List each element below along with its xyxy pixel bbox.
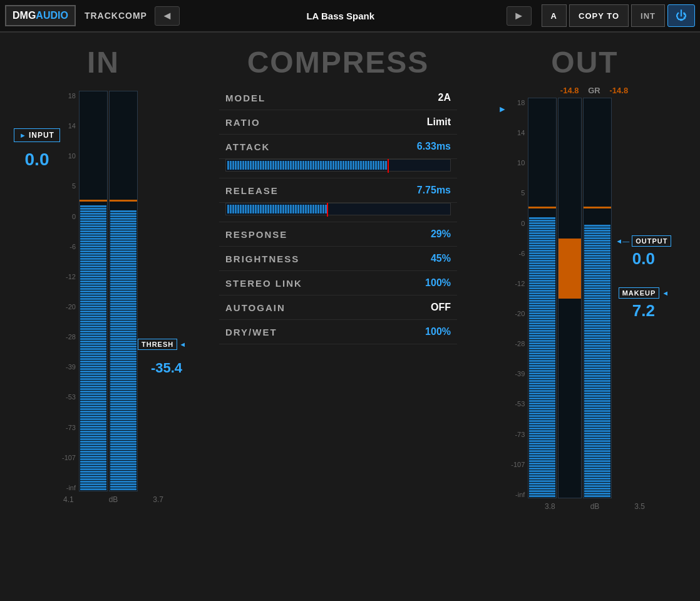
release-row: RELEASE 7.75ms: [219, 178, 457, 203]
out-right-peak-bar: [584, 207, 611, 208]
main-panel: IN ► INPUT 0.0 18 14 10 5 0: [0, 33, 700, 601]
input-label: INPUT: [29, 131, 54, 140]
makeup-label: MAKEUP: [619, 287, 660, 299]
play-indicator-icon: ►: [498, 104, 507, 114]
output-label: OUTPUT: [632, 235, 671, 247]
attack-slider-track[interactable]: [225, 159, 451, 172]
out-section: OUT -14.8 GR -14.8 ► 18 14 10 5 0 -6 -12…: [470, 45, 700, 588]
scale-m39: -39: [59, 363, 78, 371]
input-label-box: ► INPUT: [14, 128, 60, 142]
autogain-row: AUTOGAIN OFF: [219, 295, 457, 320]
in-left-peak-marker: [80, 200, 107, 202]
input-arrow-icon: ►: [19, 131, 26, 139]
release-slider-track[interactable]: [225, 203, 451, 215]
model-label: MODEL: [225, 93, 265, 103]
dmg-logo: DMG AUDIO: [5, 5, 76, 26]
model-value: 2A: [438, 92, 451, 103]
prev-preset-button[interactable]: ◄: [155, 6, 180, 26]
out-bottom-labels: 3.8 dB 3.5: [545, 502, 645, 511]
thresh-value: -35.4: [151, 360, 182, 376]
release-value: 7.75ms: [417, 185, 451, 196]
copy-to-button[interactable]: COPY TO: [569, 4, 629, 27]
scale-5: 5: [59, 182, 78, 190]
output-label-box: ◄— OUTPUT: [615, 235, 671, 247]
release-slider-container[interactable]: [219, 203, 457, 222]
stereo-link-label: STEREO LINK: [225, 278, 302, 289]
model-row: MODEL 2A: [219, 86, 457, 110]
scale-14: 14: [59, 122, 78, 130]
brightness-value: 45%: [431, 253, 451, 264]
attack-label: ATTACK: [225, 141, 270, 152]
in-scale: 18 14 10 5 0 -6 -12 -20 -28 -39 -53 -73 …: [59, 91, 79, 491]
out-meter-left-fill: [528, 217, 556, 498]
scale-m12: -12: [59, 273, 78, 280]
out-peak-row: -14.8 GR -14.8: [545, 86, 644, 95]
makeup-value: 7.2: [632, 301, 655, 321]
out-left-db: 3.8: [545, 502, 555, 511]
stereo-link-row: STEREO LINK 100%: [219, 271, 457, 295]
out-right-db: 3.5: [634, 502, 645, 511]
makeup-label-box: MAKEUP ◄: [619, 287, 669, 299]
in-bottom-labels: 4.1 dB 3.7: [63, 495, 163, 504]
scale-m20: -20: [59, 303, 78, 311]
brightness-row: BRIGHTNESS 45%: [219, 247, 457, 271]
brightness-label: BRIGHTNESS: [225, 254, 299, 264]
scale-minf: -inf: [59, 484, 78, 491]
int-button[interactable]: INT: [631, 4, 665, 27]
out-right-peak: -14.8: [610, 86, 644, 95]
plugin-name-label: TRACKCOMP: [85, 11, 147, 21]
output-value: 0.0: [632, 249, 655, 269]
autogain-label: AUTOGAIN: [225, 302, 286, 313]
release-slider-marker: [327, 203, 328, 217]
preset-name: LA Bass Spank: [180, 11, 502, 21]
attack-value: 6.33ms: [417, 141, 451, 152]
gr-fill: [558, 239, 581, 299]
dmg-text: DMG: [13, 10, 36, 21]
scale-m53: -53: [59, 393, 78, 401]
release-slider-fill: [226, 203, 327, 215]
scale-18: 18: [59, 92, 78, 100]
attack-slider-marker: [388, 159, 389, 173]
in-right-peak-marker: [110, 200, 137, 202]
release-label: RELEASE: [225, 185, 279, 196]
out-db-label: dB: [590, 502, 600, 511]
attack-slider-container[interactable]: [219, 159, 457, 178]
autogain-value: OFF: [431, 302, 451, 313]
next-preset-button[interactable]: ►: [507, 6, 532, 26]
gr-meter: [558, 98, 582, 498]
in-meter-left-fill: [80, 205, 107, 491]
attack-slider-fill: [226, 160, 388, 171]
a-button[interactable]: A: [542, 4, 567, 27]
in-section: IN ► INPUT 0.0 18 14 10 5 0: [0, 45, 207, 588]
compress-section: COMPRESS MODEL 2A RATIO Limit ATTACK 6.3…: [207, 45, 470, 588]
out-left-peak: -14.8: [545, 86, 579, 95]
out-meter-left: [528, 98, 557, 498]
input-value: 0.0: [25, 150, 49, 170]
out-meter-right-fill: [584, 224, 611, 498]
thresh-label-box: THRESH ◄: [138, 339, 186, 350]
in-db-label: dB: [109, 495, 118, 504]
thresh-arrow-icon: ◄: [179, 341, 186, 348]
out-left-peak-bar: [528, 207, 556, 208]
scale-m28: -28: [59, 333, 78, 341]
out-title: OUT: [551, 45, 618, 80]
makeup-arrow-icon: ◄: [662, 289, 669, 297]
scale-m6: -6: [59, 243, 78, 250]
response-row: RESPONSE 29%: [219, 222, 457, 247]
ratio-label: RATIO: [225, 117, 260, 128]
thresh-label: THRESH: [138, 339, 177, 350]
in-meter-right-fill: [110, 210, 137, 491]
out-meter-right: [583, 98, 612, 498]
attack-row: ATTACK 6.33ms: [219, 135, 457, 159]
in-right-db: 3.7: [153, 495, 163, 504]
in-left-db: 4.1: [63, 495, 74, 504]
drywet-row: DRY/WET 100%: [219, 320, 457, 344]
audio-text: AUDIO: [36, 10, 68, 21]
stereo-link-value: 100%: [425, 277, 451, 289]
scale-m73: -73: [59, 424, 78, 431]
in-meter-left: [79, 91, 108, 491]
gr-label: GR: [587, 86, 602, 95]
power-button[interactable]: ⏻: [667, 4, 695, 27]
in-meter-right: [109, 91, 138, 491]
drywet-label: DRY/WET: [225, 327, 277, 337]
